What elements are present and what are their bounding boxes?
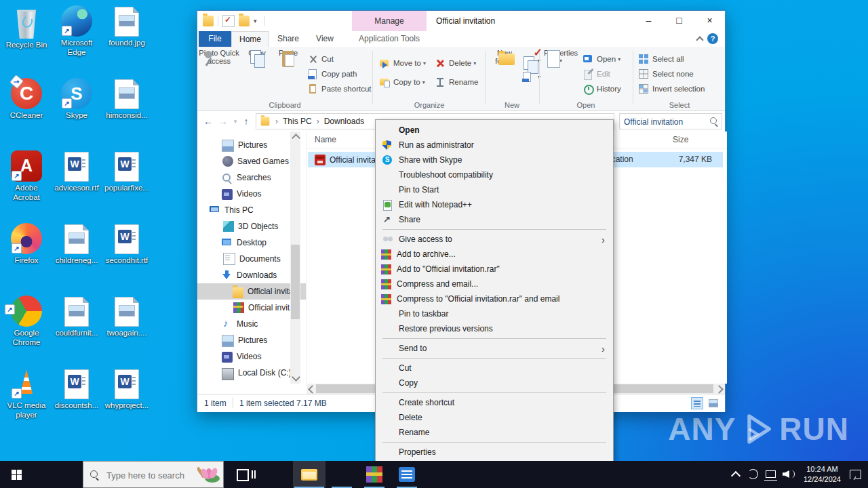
nav-downloads[interactable]: Downloads [197, 267, 306, 283]
menu-item-send-to[interactable]: Send to › [376, 341, 613, 356]
edit-button[interactable]: Edit [583, 67, 610, 81]
task-view-button[interactable] [228, 461, 260, 488]
taskbar-edge[interactable] [260, 461, 293, 488]
desktop-icon-adobe-acrobat[interactable]: Adobe Acrobat [1, 150, 52, 203]
show-hidden-icons-chevron-icon[interactable] [728, 466, 744, 483]
menu-item-properties[interactable]: Properties › [376, 445, 613, 460]
forward-button[interactable]: → [216, 115, 230, 128]
qat-customize-chevron-icon[interactable]: ▾ [254, 16, 260, 26]
minimize-button[interactable]: – [633, 11, 664, 31]
tab-file[interactable]: File [199, 31, 231, 47]
menu-item-give-access-to[interactable]: Give access to › [376, 232, 613, 247]
history-button[interactable]: History [583, 82, 621, 96]
menu-item-create-shortcut[interactable]: Create shortcut › [376, 395, 613, 410]
details-view-button[interactable] [691, 397, 703, 409]
qat-newfolder-icon[interactable] [239, 16, 250, 26]
nav-pictures[interactable]: Pictures [197, 332, 306, 348]
nav-documents[interactable]: Documents [197, 251, 306, 267]
menu-item-item-24[interactable]: › [382, 442, 606, 443]
nav-3d-objects[interactable]: 3D Objects [197, 218, 306, 235]
nav-libraries[interactable]: Libraries [197, 381, 306, 384]
menu-item-item-7[interactable]: › [382, 229, 606, 230]
nav-pictures-user[interactable]: Pictures [197, 137, 306, 153]
desktop-icon-twoagain[interactable]: twoagain.... [102, 296, 152, 338]
nav-videos[interactable]: Videos [197, 348, 306, 365]
invert-selection-button[interactable]: Invert selection [638, 82, 705, 96]
scroll-down-icon[interactable] [292, 373, 300, 382]
scroll-up-icon[interactable] [292, 134, 300, 142]
menu-item-pin-to-taskbar[interactable]: Pin to taskbar › [376, 306, 613, 321]
manage-ribbon-context-tab[interactable]: Manage [352, 11, 427, 31]
menu-item-compress-and-email[interactable]: Compress and email... › [376, 277, 613, 291]
menu-item-troubleshoot-compatibility[interactable]: Troubleshoot compatibility › [376, 167, 613, 182]
menu-item-item-20[interactable]: › [382, 392, 606, 393]
taskbar-explorer[interactable] [293, 461, 326, 488]
large-icons-view-button[interactable] [707, 397, 719, 409]
scroll-left-icon[interactable] [308, 385, 317, 394]
desktop-icon-secondhit-rtf[interactable]: secondhit.rtf [102, 223, 152, 266]
menu-item-rename[interactable]: Rename › [376, 425, 613, 440]
tab-application-tools[interactable]: Application Tools [352, 31, 427, 47]
menu-item-add-to-archive[interactable]: Add to archive... › [376, 247, 613, 262]
desktop-icon-himconsid[interactable]: himconsid... [102, 78, 152, 121]
nav-scrollbar[interactable] [290, 131, 300, 384]
menu-item-cut[interactable]: Cut › [376, 361, 613, 375]
desktop-icon-couldfurnit[interactable]: couldfurnit... [52, 296, 102, 338]
new-folder-button[interactable]: New folder [488, 49, 521, 96]
delete-button[interactable]: Delete [435, 56, 476, 70]
start-button[interactable] [0, 461, 33, 488]
copy-to-button[interactable]: Copy to [379, 75, 425, 89]
tab-share[interactable]: Share [269, 31, 307, 47]
open-button[interactable]: Open [583, 52, 620, 66]
column-header-name[interactable]: Name [315, 135, 336, 144]
taskbar-search-input[interactable] [105, 467, 196, 483]
rename-button[interactable]: Rename [435, 75, 478, 89]
menu-item-share-with-skype[interactable]: Share with Skype › [376, 152, 613, 167]
select-none-button[interactable]: Select none [638, 67, 694, 81]
breadcrumb-downloads[interactable]: Downloads [324, 117, 364, 126]
select-all-button[interactable]: Select all [638, 52, 684, 66]
nav-desktop[interactable]: Desktop [197, 235, 306, 251]
collapse-ribbon-chevron-icon[interactable] [696, 35, 703, 42]
taskbar-firefox[interactable] [326, 461, 358, 488]
desktop-icon-childreneg[interactable]: childreneg... [52, 223, 102, 266]
desktop-icon-adviceson-rtf[interactable]: adviceson.rtf [52, 150, 102, 193]
sync-icon[interactable] [745, 466, 762, 483]
menu-item-compress-to-named-rar-and-email[interactable]: Compress to "Official invitation.rar" an… [376, 291, 613, 306]
desktop-icon-foundd-jpg[interactable]: foundd.jpg [102, 5, 152, 48]
volume-icon[interactable] [781, 466, 797, 483]
qat-properties-icon[interactable] [222, 15, 235, 27]
nav-this-pc[interactable]: This PC [197, 202, 306, 218]
nav-local-disk-c[interactable]: Local Disk (C:) [197, 365, 306, 381]
taskbar-clock[interactable]: 10:24 AM 12/24/2024 [804, 464, 841, 485]
menu-item-run-as-administrator[interactable]: Run as administrator › [376, 138, 613, 152]
nav-official-invitation-rar[interactable]: Official invita [197, 300, 306, 316]
easy-access-button[interactable] [521, 70, 540, 83]
nav-scrollbar-thumb[interactable] [291, 245, 300, 319]
desktop-icon-discountsh[interactable]: discountsh... [52, 368, 102, 411]
back-button[interactable]: ← [201, 115, 215, 128]
tab-view[interactable]: View [307, 31, 342, 47]
menu-item-delete[interactable]: Delete › [376, 410, 613, 425]
cut-button[interactable]: Cut [307, 52, 334, 66]
copy-path-button[interactable]: Copy path [307, 67, 357, 81]
desktop-icon-ccleaner[interactable]: CCleaner [1, 78, 52, 121]
taskbar-winrar[interactable] [358, 461, 391, 488]
title-bar[interactable]: ▾ Manage Official invitation – □ × [197, 11, 725, 31]
desktop-icon-google-chrome[interactable]: Google Chrome [1, 296, 52, 348]
tab-home[interactable]: Home [231, 31, 269, 47]
maximize-button[interactable]: □ [664, 11, 694, 31]
qat-folder-icon[interactable] [203, 16, 214, 26]
menu-item-edit-with-notepadpp[interactable]: Edit with Notepad++ › [376, 197, 613, 212]
paste-shortcut-button[interactable]: Paste shortcut [307, 82, 372, 96]
menu-item-item-15[interactable]: › [382, 338, 606, 339]
pin-to-quick-access-button[interactable]: Pin to Quick access [199, 49, 239, 96]
desktop-icon-microsoft-edge[interactable]: Microsoft Edge [52, 5, 102, 58]
action-center-icon[interactable] [846, 466, 867, 483]
taskbar-app[interactable] [391, 461, 423, 488]
desktop-icon-vlc-media-player[interactable]: VLC media player [1, 368, 52, 420]
properties-button[interactable]: Properties [542, 49, 580, 96]
desktop-icon-skype[interactable]: Skype [52, 78, 102, 121]
desktop-icon-firefox[interactable]: Firefox [1, 223, 52, 266]
menu-item-restore-previous-versions[interactable]: Restore previous versions › [376, 321, 613, 336]
